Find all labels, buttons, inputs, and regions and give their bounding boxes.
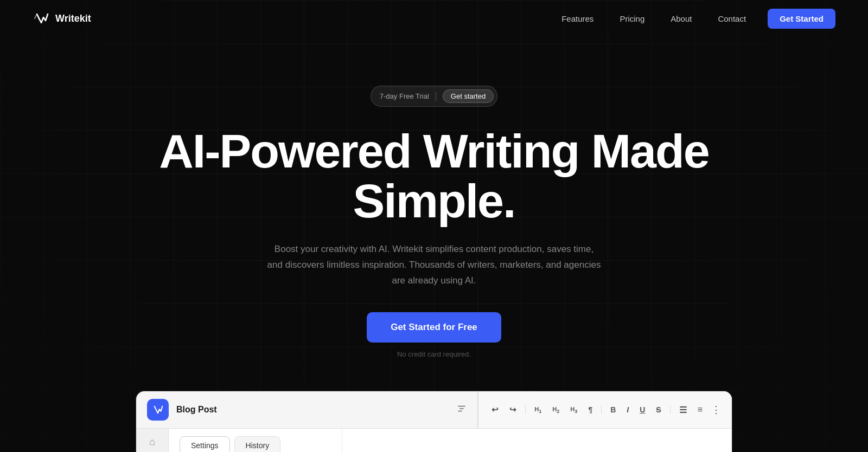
h3-button[interactable]: H3 (568, 405, 579, 415)
undo-button[interactable]: ↩ (489, 404, 501, 416)
app-preview: Blog Post ↩ ↪ H1 H2 H3 ¶ B (136, 391, 732, 452)
toolbar-separator-3 (670, 405, 671, 414)
toolbar-separator-1 (525, 405, 526, 414)
editor-area[interactable] (342, 429, 732, 452)
unordered-list-button[interactable]: ☰ (677, 404, 689, 416)
history-tab[interactable]: History (234, 436, 281, 452)
hero-section: 7-day Free Trial Get started AI-Powered … (0, 37, 868, 391)
hero-cta-button[interactable]: Get Started for Free (367, 312, 501, 343)
hero-title: AI-Powered Writing Made Simple. (136, 126, 732, 227)
hero-subtitle: Boost your creativity with AI. Writekit … (266, 242, 602, 289)
redo-button[interactable]: ↪ (507, 404, 519, 416)
toolbar-separator-2 (601, 405, 602, 414)
nav-pricing[interactable]: Pricing (609, 10, 655, 28)
strikethrough-button[interactable]: S (654, 404, 663, 415)
app-body: ⌂ Settings History (136, 429, 732, 452)
h2-button[interactable]: H2 (550, 405, 561, 415)
nav-contact[interactable]: Contact (707, 10, 757, 28)
document-tabs: Settings History (180, 436, 331, 452)
filter-icon[interactable] (457, 404, 467, 416)
more-options-button[interactable]: ⋮ (711, 404, 721, 416)
content-panel: Settings History (169, 429, 342, 452)
ordered-list-button[interactable]: ≡ (695, 404, 705, 416)
settings-tab[interactable]: Settings (180, 436, 230, 452)
nav-features[interactable]: Features (551, 10, 604, 28)
trial-badge-text: 7-day Free Trial (380, 92, 429, 100)
h1-button[interactable]: H1 (532, 405, 544, 415)
nav-about[interactable]: About (660, 10, 703, 28)
no-credit-card-text: No credit card required. (397, 350, 471, 358)
logo-icon (33, 10, 50, 27)
bold-button[interactable]: B (608, 404, 618, 415)
trial-badge: 7-day Free Trial Get started (371, 86, 497, 107)
app-document-title: Blog Post (176, 405, 449, 415)
nav-get-started-button[interactable]: Get Started (768, 9, 835, 29)
app-logo-icon (147, 399, 169, 421)
editor-toolbar: ↩ ↪ H1 H2 H3 ¶ B I U S ☰ ≡ ⋮ (478, 391, 732, 428)
brand-name: Writekit (55, 13, 91, 24)
logo[interactable]: Writekit (33, 10, 91, 27)
nav-links: Features Pricing About Contact Get Start… (551, 9, 835, 29)
app-sidebar: ⌂ (136, 429, 169, 452)
underline-button[interactable]: U (637, 404, 647, 415)
paragraph-button[interactable]: ¶ (586, 404, 595, 415)
trial-badge-link[interactable]: Get started (443, 89, 494, 103)
italic-button[interactable]: I (624, 404, 631, 415)
badge-divider (436, 92, 436, 101)
navbar: Writekit Features Pricing About Contact … (0, 0, 868, 37)
home-icon[interactable]: ⌂ (149, 436, 155, 448)
